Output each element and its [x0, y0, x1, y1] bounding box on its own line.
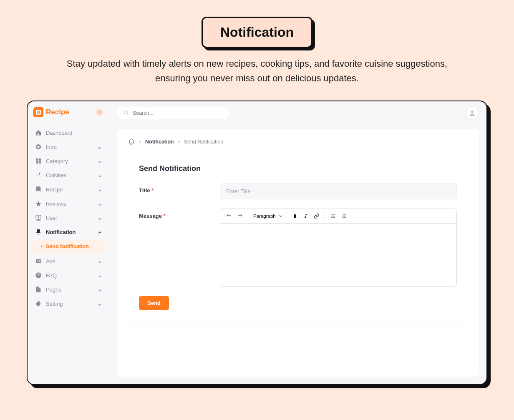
sidebar-item-faq[interactable]: FAQ [32, 268, 105, 282]
sidebar-item-label: Reviews [46, 201, 66, 207]
sidebar-collapse-button[interactable] [96, 108, 103, 116]
italic-button[interactable] [301, 211, 310, 221]
bell-icon [35, 229, 42, 235]
logo-row: Recipe [32, 107, 105, 117]
sidebar-item-user[interactable]: User [32, 211, 105, 225]
gear-icon [35, 300, 42, 307]
bell-icon [128, 138, 135, 146]
hero-title: Notification [220, 25, 294, 40]
svg-point-8 [38, 216, 39, 218]
sidebar: Recipe Dashboard Intro Categ [28, 101, 109, 384]
sidebar-item-setting[interactable]: Setting [32, 297, 105, 311]
chevron-down-icon [98, 216, 102, 220]
sidebar-item-notification[interactable]: Notification [32, 225, 105, 239]
editor-toolbar: Paragraph 123 [220, 209, 456, 224]
svg-rect-5 [36, 161, 38, 163]
sidebar-item-label: Category [46, 158, 68, 164]
book-icon [35, 186, 42, 193]
logo-icon [33, 107, 43, 117]
chevron-up-icon [98, 230, 102, 234]
numbered-list-button[interactable]: 123 [339, 211, 348, 221]
title-label: Title * [139, 183, 210, 194]
send-button[interactable]: Send [139, 296, 169, 310]
search-icon [123, 110, 129, 116]
svg-point-12 [124, 111, 128, 114]
chevron-right-icon [139, 139, 142, 145]
chevron-down-icon [98, 259, 102, 263]
sidebar-item-recipe[interactable]: Recipe [32, 182, 105, 196]
user-icon [35, 214, 42, 221]
sidebar-item-dashboard[interactable]: Dashboard [32, 126, 105, 140]
main-area: Notification Send Notification Send Noti… [109, 101, 486, 384]
rich-text-editor: Paragraph 123 [220, 209, 457, 287]
toolbar-separator [325, 212, 325, 220]
breadcrumb-section[interactable]: Notification [145, 139, 174, 145]
user-avatar-icon [469, 109, 476, 117]
hero-subtitle: Stay updated with timely alerts on new r… [65, 56, 449, 86]
chevron-down-icon [98, 201, 102, 206]
svg-point-2 [37, 146, 39, 148]
link-button[interactable] [312, 211, 321, 221]
breadcrumb-current: Send Notification [184, 139, 224, 145]
search-box[interactable] [117, 107, 229, 119]
svg-point-14 [331, 215, 332, 216]
content-panel: Notification Send Notification Send Noti… [117, 129, 479, 377]
logo-text: Recipe [46, 108, 69, 116]
sidebar-item-label: Dashboard [46, 130, 73, 136]
svg-rect-3 [36, 158, 38, 161]
sidebar-item-category[interactable]: Category [32, 154, 105, 168]
hero-title-box: Notification [202, 17, 312, 48]
bullet-list-button[interactable] [328, 211, 338, 221]
sidebar-item-label: Ads [46, 258, 55, 264]
card-title: Send Notification [139, 164, 457, 173]
required-mark: * [151, 187, 154, 194]
grid-icon [35, 158, 42, 164]
svg-text:3: 3 [342, 216, 343, 218]
bullet-icon [41, 246, 43, 247]
chevron-right-icon [177, 139, 181, 145]
chevron-down-icon [98, 273, 102, 277]
chevron-down-icon [98, 302, 102, 306]
redo-button[interactable] [235, 211, 244, 221]
undo-button[interactable] [224, 211, 234, 221]
sidebar-subitem-send-notification[interactable]: Send Notification [32, 240, 105, 253]
chevron-down-icon [98, 159, 102, 163]
sidebar-item-intro[interactable]: Intro [32, 140, 105, 154]
sidebar-item-label: Notification [46, 229, 76, 235]
utensils-icon [35, 172, 42, 179]
toolbar-separator [248, 212, 248, 220]
question-icon [35, 272, 42, 279]
message-label: Message * [139, 209, 210, 219]
sidebar-item-pages[interactable]: Pages [32, 282, 105, 297]
home-icon [35, 129, 42, 136]
breadcrumb: Notification Send Notification [128, 138, 468, 146]
sidebar-item-label: FAQ [46, 272, 57, 279]
ad-icon [35, 258, 42, 264]
chevron-down-icon [98, 187, 102, 191]
form-row-title: Title * [139, 183, 457, 199]
nav-list: Dashboard Intro Category Cuisines [32, 126, 105, 311]
sidebar-item-label: Intro [46, 144, 57, 150]
bold-button[interactable] [290, 211, 300, 221]
chevron-down-icon [98, 145, 102, 149]
toolbar-separator [287, 212, 287, 220]
sidebar-item-reviews[interactable]: Reviews [32, 196, 105, 211]
block-format-select[interactable]: Paragraph [252, 213, 283, 219]
app-frame: Recipe Dashboard Intro Categ [27, 101, 487, 385]
title-input[interactable] [220, 183, 457, 199]
svg-rect-6 [39, 161, 41, 163]
logo[interactable]: Recipe [33, 107, 69, 117]
sidebar-item-label: User [46, 215, 57, 221]
chevron-down-icon [98, 173, 102, 177]
file-icon [35, 286, 42, 293]
sidebar-item-label: Cuisines [46, 172, 67, 179]
required-mark: * [164, 213, 166, 219]
svg-point-13 [471, 111, 474, 113]
avatar[interactable] [466, 106, 479, 120]
message-textarea[interactable] [220, 224, 456, 286]
sidebar-subitem-label: Send Notification [46, 244, 89, 249]
sidebar-item-label: Pages [46, 287, 61, 293]
sidebar-item-ads[interactable]: Ads [32, 254, 105, 268]
sidebar-item-cuisines[interactable]: Cuisines [32, 168, 105, 182]
search-input[interactable] [133, 110, 223, 116]
